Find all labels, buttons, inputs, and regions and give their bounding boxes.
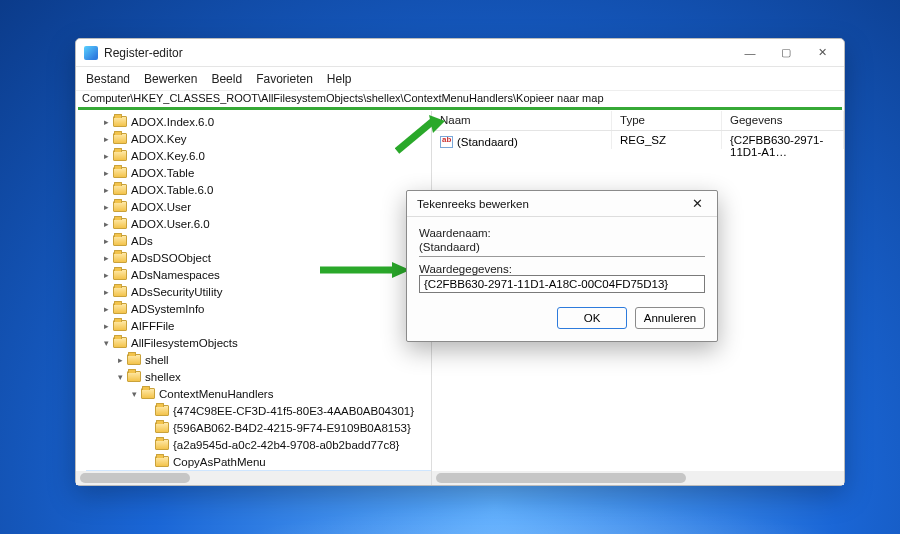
- dialog-titlebar[interactable]: Tekenreeks bewerken ✕: [407, 191, 717, 217]
- tree-item-label: ADOX.User: [131, 201, 191, 213]
- expand-icon[interactable]: ▾: [100, 338, 112, 348]
- maximize-button[interactable]: ▢: [768, 42, 804, 64]
- address-bar[interactable]: Computer\HKEY_CLASSES_ROOT\AllFilesystem…: [76, 91, 844, 111]
- tree-item[interactable]: ▸ADOX.Key.6.0: [86, 147, 431, 164]
- titlebar[interactable]: Register-editor — ▢ ✕: [76, 39, 844, 67]
- folder-icon: [113, 150, 127, 161]
- expand-icon[interactable]: ▸: [100, 134, 112, 144]
- folder-icon: [113, 286, 127, 297]
- tree-item[interactable]: ▸ADsSecurityUtility: [86, 283, 431, 300]
- minimize-button[interactable]: —: [732, 42, 768, 64]
- tree-item[interactable]: ▸ADOX.User: [86, 198, 431, 215]
- tree-item-label: {a2a9545d-a0c2-42b4-9708-a0b2badd77c8}: [173, 439, 399, 451]
- tree-item[interactable]: ▸ADOX.Table: [86, 164, 431, 181]
- tree-item-label: AllFilesystemObjects: [131, 337, 238, 349]
- tree-item-label: ADOX.Index.6.0: [131, 116, 214, 128]
- expand-icon[interactable]: ▾: [128, 389, 140, 399]
- tree-item[interactable]: {474C98EE-CF3D-41f5-80E3-4AAB0AB04301}: [86, 402, 431, 419]
- menu-help[interactable]: Help: [327, 72, 352, 86]
- tree-pane[interactable]: ▸ADOX.Index.6.0▸ADOX.Key▸ADOX.Key.6.0▸AD…: [76, 111, 432, 485]
- list-scrollbar[interactable]: [432, 471, 844, 485]
- folder-icon: [127, 371, 141, 382]
- expand-icon[interactable]: ▸: [100, 219, 112, 229]
- string-value-icon: [440, 136, 453, 148]
- folder-icon: [141, 388, 155, 399]
- tree-item-label: {596AB062-B4D2-4215-9F74-E9109B0A8153}: [173, 422, 411, 434]
- folder-icon: [155, 439, 169, 450]
- expand-icon[interactable]: ▸: [100, 287, 112, 297]
- folder-icon: [113, 167, 127, 178]
- tree-item-label: shellex: [145, 371, 181, 383]
- tree-item-label: ADSystemInfo: [131, 303, 205, 315]
- folder-icon: [113, 116, 127, 127]
- expand-icon[interactable]: ▸: [114, 355, 126, 365]
- tree-item[interactable]: ▸ADsNamespaces: [86, 266, 431, 283]
- folder-icon: [113, 133, 127, 144]
- value-name: (Standaard): [457, 136, 518, 148]
- dialog-close-button[interactable]: ✕: [683, 196, 711, 211]
- expand-icon[interactable]: ▸: [100, 236, 112, 246]
- window-title: Register-editor: [104, 46, 732, 60]
- expand-icon[interactable]: ▸: [100, 321, 112, 331]
- expand-icon[interactable]: ▸: [100, 253, 112, 263]
- tree-item-label: ADsSecurityUtility: [131, 286, 222, 298]
- folder-icon: [113, 303, 127, 314]
- expand-icon[interactable]: ▸: [100, 117, 112, 127]
- folder-icon: [113, 184, 127, 195]
- tree-item[interactable]: ▸ADOX.Index.6.0: [86, 113, 431, 130]
- value-data-input[interactable]: [419, 275, 705, 293]
- tree-item[interactable]: ▸ADSystemInfo: [86, 300, 431, 317]
- tree-item[interactable]: ▸ADOX.User.6.0: [86, 215, 431, 232]
- folder-icon: [113, 218, 127, 229]
- value-name-label: Waardenaam:: [419, 227, 705, 239]
- tree-item[interactable]: CopyAsPathMenu: [86, 453, 431, 470]
- tree-scrollbar[interactable]: [76, 471, 431, 485]
- folder-icon: [127, 354, 141, 365]
- tree-item[interactable]: ▾AllFilesystemObjects: [86, 334, 431, 351]
- expand-icon[interactable]: ▸: [100, 270, 112, 280]
- app-icon: [84, 46, 98, 60]
- tree-item[interactable]: ▸ADs: [86, 232, 431, 249]
- folder-icon: [113, 201, 127, 212]
- tree-item-label: ADOX.Table: [131, 167, 194, 179]
- expand-icon[interactable]: ▾: [114, 372, 126, 382]
- ok-button[interactable]: OK: [557, 307, 627, 329]
- menu-favorites[interactable]: Favorieten: [256, 72, 313, 86]
- tree-item[interactable]: {a2a9545d-a0c2-42b4-9708-a0b2badd77c8}: [86, 436, 431, 453]
- tree-item[interactable]: ▾shellex: [86, 368, 431, 385]
- expand-icon[interactable]: ▸: [100, 168, 112, 178]
- address-highlight: [78, 107, 842, 110]
- edit-string-dialog: Tekenreeks bewerken ✕ Waardenaam: (Stand…: [406, 190, 718, 342]
- value-row[interactable]: (Standaard) REG_SZ {C2FBB630-2971-11D1-A…: [432, 131, 844, 149]
- col-data[interactable]: Gegevens: [722, 111, 844, 130]
- col-name[interactable]: Naam: [432, 111, 612, 130]
- tree-item-label: shell: [145, 354, 169, 366]
- tree-item-label: AIFFFile: [131, 320, 174, 332]
- tree-item-label: ADOX.User.6.0: [131, 218, 210, 230]
- tree-item[interactable]: ▾ContextMenuHandlers: [86, 385, 431, 402]
- tree-item[interactable]: ▸ADOX.Table.6.0: [86, 181, 431, 198]
- tree-item[interactable]: ▸ADsDSOObject: [86, 249, 431, 266]
- col-type[interactable]: Type: [612, 111, 722, 130]
- menu-bar: Bestand Bewerken Beeld Favorieten Help: [76, 67, 844, 91]
- tree-item-label: ContextMenuHandlers: [159, 388, 273, 400]
- expand-icon[interactable]: ▸: [100, 304, 112, 314]
- close-button[interactable]: ✕: [804, 42, 840, 64]
- expand-icon[interactable]: ▸: [100, 185, 112, 195]
- menu-view[interactable]: Beeld: [211, 72, 242, 86]
- expand-icon[interactable]: ▸: [100, 202, 112, 212]
- cancel-button[interactable]: Annuleren: [635, 307, 705, 329]
- menu-edit[interactable]: Bewerken: [144, 72, 197, 86]
- tree-item[interactable]: {596AB062-B4D2-4215-9F74-E9109B0A8153}: [86, 419, 431, 436]
- tree-item-label: ADsNamespaces: [131, 269, 220, 281]
- folder-icon: [113, 337, 127, 348]
- tree-item-label: ADs: [131, 235, 153, 247]
- address-text: Computer\HKEY_CLASSES_ROOT\AllFilesystem…: [78, 92, 842, 104]
- tree-item[interactable]: ▸shell: [86, 351, 431, 368]
- folder-icon: [155, 405, 169, 416]
- expand-icon[interactable]: ▸: [100, 151, 112, 161]
- tree-item[interactable]: ▸AIFFFile: [86, 317, 431, 334]
- tree-item-label: ADOX.Table.6.0: [131, 184, 213, 196]
- menu-file[interactable]: Bestand: [86, 72, 130, 86]
- tree-item[interactable]: ▸ADOX.Key: [86, 130, 431, 147]
